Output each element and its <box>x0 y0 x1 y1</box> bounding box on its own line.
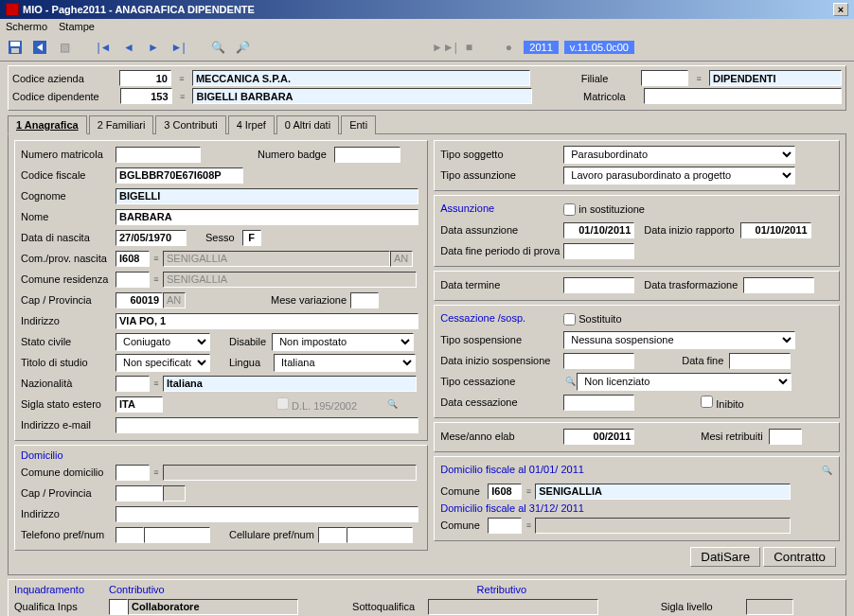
comune2-cod[interactable] <box>488 518 522 534</box>
datisare-button[interactable]: DatiSare <box>690 547 760 567</box>
com-nascita-cod[interactable] <box>116 251 150 267</box>
menu-schermo[interactable]: Schermo <box>6 21 47 32</box>
tab-familiari[interactable]: 2 Familiari <box>89 115 154 134</box>
stato-civile-select[interactable]: Coniugato <box>116 333 210 351</box>
nazionalita-cod[interactable] <box>116 376 150 392</box>
save-icon[interactable] <box>6 38 25 57</box>
lookup-icon[interactable]: ≡ <box>522 519 535 532</box>
lookup-icon[interactable]: ≡ <box>175 72 188 85</box>
data-termine-input[interactable] <box>563 277 634 293</box>
cap-input[interactable] <box>116 292 163 308</box>
comune-dom-cod[interactable] <box>116 465 150 481</box>
indirizzo-input[interactable] <box>116 313 418 329</box>
back-icon[interactable] <box>30 38 49 57</box>
contratto-button[interactable]: Contratto <box>763 547 836 567</box>
mese-var-input[interactable] <box>350 292 379 308</box>
close-button[interactable]: × <box>833 3 848 16</box>
tab-anagrafica[interactable]: 1 Anagrafica <box>8 115 87 134</box>
codice-dipendente-input[interactable] <box>120 88 172 104</box>
sesso-input[interactable] <box>242 230 261 246</box>
tab-altri-dati[interactable]: 0 Altri dati <box>276 115 339 134</box>
next-icon[interactable]: ► <box>144 38 163 57</box>
lookup-icon[interactable]: ≡ <box>150 273 163 286</box>
tipo-sosp-select[interactable]: Nessuna sospensione <box>563 331 795 349</box>
azienda-nome <box>192 70 530 86</box>
zoom-icon[interactable]: 🔎 <box>233 38 252 57</box>
mese-elab-input[interactable] <box>563 429 634 445</box>
inquadramento-header: Inquadramento <box>14 584 109 595</box>
qualifica-nome <box>128 599 298 615</box>
prov2-input <box>163 485 186 502</box>
lookup-icon[interactable]: ≡ <box>692 72 705 85</box>
matricola-input[interactable] <box>644 88 842 104</box>
tab-contributi[interactable]: 3 Contributi <box>155 115 225 134</box>
indirizzo2-label: Indirizzo <box>21 508 116 519</box>
data-ass-input[interactable] <box>563 222 634 238</box>
data-nascita-input[interactable] <box>116 230 187 246</box>
app-icon <box>6 3 19 16</box>
cell-num[interactable] <box>347 527 413 543</box>
prev-icon[interactable]: ◄ <box>119 38 138 57</box>
ff-icon[interactable]: ►►| <box>435 38 454 57</box>
sigla-estero-input[interactable] <box>116 396 163 413</box>
qualifica-cod[interactable] <box>109 599 128 615</box>
stop-icon[interactable]: ■ <box>459 38 478 57</box>
data-trasf-label: Data trasformazione <box>644 279 738 290</box>
mesi-retr-input[interactable] <box>769 429 802 445</box>
cap2-input[interactable] <box>116 485 163 502</box>
lookup-icon[interactable]: ≡ <box>150 377 163 390</box>
cell-pref[interactable] <box>318 527 347 543</box>
lookup-icon[interactable]: ≡ <box>150 466 163 479</box>
tel-label: Telefono pref/num <box>21 529 116 540</box>
email-input[interactable] <box>116 417 418 433</box>
in-sost-checkbox[interactable] <box>563 203 576 216</box>
codice-azienda-input[interactable] <box>119 70 171 86</box>
data-rapp-input[interactable] <box>740 222 811 238</box>
data-cess-input[interactable] <box>563 395 634 411</box>
numero-matricola-input[interactable] <box>116 147 201 163</box>
binoculars-icon[interactable]: 🔍 <box>208 38 227 57</box>
lookup-icon[interactable]: ≡ <box>176 90 189 103</box>
comune2-nome <box>535 518 791 534</box>
dom-fisc1-header: Domicilio fiscale al 01/01/ 2011 <box>440 464 584 475</box>
codice-fiscale-input[interactable] <box>116 167 243 184</box>
data-prova-input[interactable] <box>563 243 634 259</box>
tab-irpef[interactable]: 4 Irpef <box>228 115 275 134</box>
lookup-icon[interactable]: ≡ <box>522 484 535 498</box>
tel-pref[interactable] <box>116 527 144 543</box>
tipo-soggetto-select[interactable]: Parasubordinato <box>563 146 795 164</box>
search-icon[interactable]: 🔍 <box>820 464 833 477</box>
cessazione-header: Cessazione /sosp. <box>440 312 563 324</box>
data-inizio-sosp-input[interactable] <box>563 353 634 369</box>
last-icon[interactable]: ►| <box>169 38 187 57</box>
first-icon[interactable]: |◄ <box>95 38 114 57</box>
browse-icon[interactable]: ▧ <box>55 38 74 57</box>
tipo-assunzione-select[interactable]: Lavoro parasubordinato a progetto <box>563 167 795 185</box>
lookup-icon[interactable]: ≡ <box>150 252 163 265</box>
data-termine-label: Data termine <box>440 279 563 290</box>
data-fine-input[interactable] <box>729 353 791 369</box>
comune-res-cod[interactable] <box>116 272 150 288</box>
inibito-checkbox[interactable] <box>701 396 713 408</box>
sostituito-checkbox[interactable] <box>563 313 576 326</box>
globe-icon[interactable]: ● <box>499 38 518 57</box>
lingua-select[interactable]: Italiana <box>274 354 416 372</box>
dl195-checkbox[interactable] <box>276 397 289 410</box>
search-icon[interactable]: 🔍 <box>385 397 399 411</box>
nome-input[interactable] <box>116 209 418 225</box>
titolo-studio-select[interactable]: Non specificato <box>116 354 210 372</box>
data-trasf-input[interactable] <box>743 277 814 293</box>
menu-stampe[interactable]: Stampe <box>59 21 95 32</box>
tel-num[interactable] <box>144 527 210 543</box>
tab-enti[interactable]: Enti <box>341 115 376 134</box>
nome-label: Nome <box>21 211 116 222</box>
assunzione-header: Assunzione <box>440 202 563 214</box>
cognome-input[interactable] <box>116 188 418 204</box>
numero-badge-input[interactable] <box>334 147 400 163</box>
search-icon[interactable]: 🔍 <box>563 375 577 388</box>
filiale-code-input[interactable] <box>641 70 688 86</box>
comune1-cod[interactable] <box>488 484 522 500</box>
disabile-select[interactable]: Non impostato <box>272 333 414 351</box>
tipo-cess-select[interactable]: Non licenziato <box>577 373 792 391</box>
indirizzo2-input[interactable] <box>116 506 418 522</box>
